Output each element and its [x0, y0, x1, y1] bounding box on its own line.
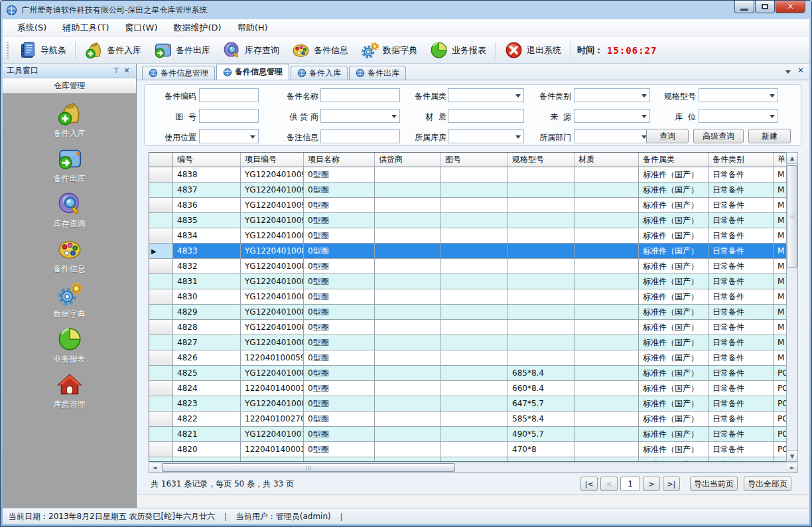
input-field-r1c2[interactable] [320, 88, 400, 102]
menu-item-2[interactable]: 辅助工具(T) [54, 19, 117, 37]
row-header-cell[interactable] [149, 289, 173, 305]
scroll-up-icon[interactable]: ▲ [787, 153, 797, 164]
combo-field-r3c1[interactable] [199, 129, 259, 143]
combo-field-r2c5[interactable] [699, 109, 778, 123]
row-header-cell[interactable] [149, 213, 173, 228]
table-row-partial[interactable]: 0型圈标准件（国产）日常备件 [149, 457, 787, 462]
minimize-button[interactable] [734, 1, 754, 13]
tab-3[interactable]: 备件入库 [291, 66, 348, 80]
prev-page-button[interactable]: < [600, 477, 618, 491]
toolbar-button-7[interactable]: 业务报表 [423, 38, 492, 62]
toolbar-button-3[interactable]: 备件出库 [147, 38, 216, 62]
scroll-left-icon[interactable]: ◄ [149, 463, 160, 472]
next-page-button[interactable]: > [643, 477, 660, 491]
column-header-3[interactable]: 项目名称 [304, 153, 375, 167]
sidebar-item-4[interactable]: 备件信息 [54, 236, 86, 275]
sidebar-item-2[interactable]: 备件出库 [54, 145, 86, 185]
table-row-7[interactable]: 4832YG122040100870型圈标准件（国产）日常备件M [149, 259, 787, 274]
row-header-cell[interactable]: ▶ [149, 244, 173, 259]
table-row-13[interactable]: 482612204010005990型圈标准件（国产）日常备件M [149, 350, 787, 366]
table-row-1[interactable]: 4838YG122040100930型圈标准件（国产）日常备件M [149, 167, 787, 183]
table-row-14[interactable]: 4825YG122040100810型圈685*8.4标准件（国产）日常备件PC [149, 366, 787, 381]
column-header-10[interactable]: 单位 [774, 153, 787, 167]
column-header-8[interactable]: 备件属类 [639, 153, 709, 167]
horizontal-scrollbar[interactable]: ◄ ► [149, 463, 798, 473]
close-button[interactable]: ✕ [776, 1, 805, 13]
last-page-button[interactable]: >| [663, 477, 680, 491]
table-row-5[interactable]: 4834YG122040100890型圈标准件（国产）日常备件M [149, 228, 787, 244]
combo-field-r1c3[interactable] [448, 88, 524, 102]
column-header-1[interactable]: 编号 [173, 153, 241, 167]
column-header-5[interactable]: 图号 [441, 153, 508, 167]
tab-1[interactable]: 备件信息管理 [142, 66, 215, 80]
column-header-4[interactable]: 供货商 [375, 153, 441, 167]
sidebar-item-1[interactable]: 备件入库 [54, 100, 86, 139]
toolbar-button-1[interactable]: 导航条 [12, 38, 72, 62]
toolbar-button-6[interactable]: 数据字典 [354, 38, 423, 62]
pin-icon[interactable]: ⊤ [111, 66, 121, 76]
combo-field-r1c4[interactable] [574, 88, 650, 102]
panel-close-icon[interactable]: ✕ [121, 66, 132, 76]
table-row-12[interactable]: 4827YG122040100820型圈标准件（国产）日常备件M [149, 335, 787, 350]
sidebar-item-5[interactable]: 数据字典 [54, 281, 86, 320]
export-current-page-button[interactable]: 导出当前页 [690, 477, 738, 491]
row-header-cell[interactable] [149, 259, 173, 274]
table-row-6[interactable]: ▶4833YG122040100880型圈标准件（国产）日常备件M [149, 244, 787, 259]
export-all-pages-button[interactable]: 导出全部页 [744, 477, 791, 491]
row-header-cell[interactable] [149, 305, 173, 320]
row-header-cell[interactable] [149, 350, 173, 366]
first-page-button[interactable]: |< [580, 477, 598, 491]
table-row-16[interactable]: 4823YG122040100800型圈647*5.7标准件（国产）日常备件PC [149, 396, 787, 412]
toolbar-button-5[interactable]: 备件信息 [285, 38, 354, 62]
row-header-cell[interactable] [149, 335, 173, 350]
row-header-cell[interactable] [149, 274, 173, 289]
row-header-cell[interactable] [149, 198, 173, 213]
table-row-8[interactable]: 4831YG122040100860型圈标准件（国产）日常备件M [149, 274, 787, 289]
row-header-cell[interactable] [149, 320, 173, 335]
input-field-r1c1[interactable] [199, 88, 259, 102]
row-header-cell[interactable] [149, 442, 173, 457]
toolbar-button-2[interactable]: 备件入库 [78, 38, 147, 62]
sidebar-item-7[interactable]: 库房管理 [54, 371, 86, 410]
table-row-18[interactable]: 4821YG122040100790型圈490*5.7标准件（国产）日常备件PC [149, 427, 787, 442]
row-header-cell[interactable] [149, 167, 173, 183]
scroll-right-icon[interactable]: ► [787, 463, 797, 472]
query-button[interactable]: 查询 [646, 129, 689, 143]
maximize-button[interactable] [755, 1, 775, 13]
row-header-cell[interactable] [149, 183, 173, 198]
column-header-2[interactable]: 项目编号 [241, 153, 304, 167]
menu-item-3[interactable]: 窗口(W) [117, 19, 166, 37]
combo-field-r3c3[interactable] [448, 129, 524, 143]
advanced-query-button[interactable]: 高级查询 [693, 129, 744, 143]
row-header-cell[interactable] [149, 427, 173, 442]
menu-item-5[interactable]: 帮助(H) [230, 19, 276, 37]
table-row-3[interactable]: 4836YG122040100910型圈标准件（国产）日常备件M [149, 198, 787, 213]
table-row-10[interactable]: 4829YG122040100840型圈标准件（国产）日常备件M [149, 305, 787, 320]
row-header-cell[interactable] [149, 396, 173, 412]
row-header-cell[interactable] [149, 412, 173, 427]
column-header-7[interactable]: 材质 [575, 153, 639, 167]
vertical-scroll-thumb[interactable] [787, 165, 797, 267]
new-button[interactable]: 新建 [748, 129, 791, 143]
table-row-19[interactable]: 482012204014000130型圈470*8标准件（国产）日常备件PC [149, 442, 787, 457]
row-header-cell[interactable] [149, 457, 173, 462]
tab-4[interactable]: 备件出库 [349, 66, 406, 80]
menu-item-4[interactable]: 数据维护(D) [166, 19, 230, 37]
row-header-cell[interactable] [149, 366, 173, 381]
vertical-scrollbar[interactable]: ▲ ▼ [786, 152, 798, 462]
row-header-cell[interactable] [149, 381, 173, 396]
combo-field-r2c2[interactable] [320, 109, 400, 123]
tab-2-active[interactable]: 备件信息管理 [216, 64, 289, 80]
column-header-6[interactable]: 规格型号 [508, 153, 575, 167]
scroll-down-icon[interactable]: ▼ [787, 450, 797, 461]
input-field-r3c2[interactable] [320, 129, 400, 143]
toolbar-button-4[interactable]: 库存查询 [216, 38, 285, 62]
tabs-close-icon[interactable]: ✕ [797, 66, 804, 74]
horizontal-scroll-thumb[interactable] [162, 463, 455, 472]
sidebar-item-6[interactable]: 业务报表 [54, 326, 86, 365]
combo-field-r3c4[interactable] [574, 129, 650, 143]
table-row-15[interactable]: 482412204014000120型圈660*8.4标准件（国产）日常备件PC [149, 381, 787, 396]
table-row-11[interactable]: 4828YG122040100830型圈标准件（国产）日常备件M [149, 320, 787, 335]
table-row-4[interactable]: 4835YG122040100900型圈标准件（国产）日常备件M [149, 213, 787, 228]
table-row-2[interactable]: 4837YG122040100920型圈标准件（国产）日常备件M [149, 183, 787, 198]
